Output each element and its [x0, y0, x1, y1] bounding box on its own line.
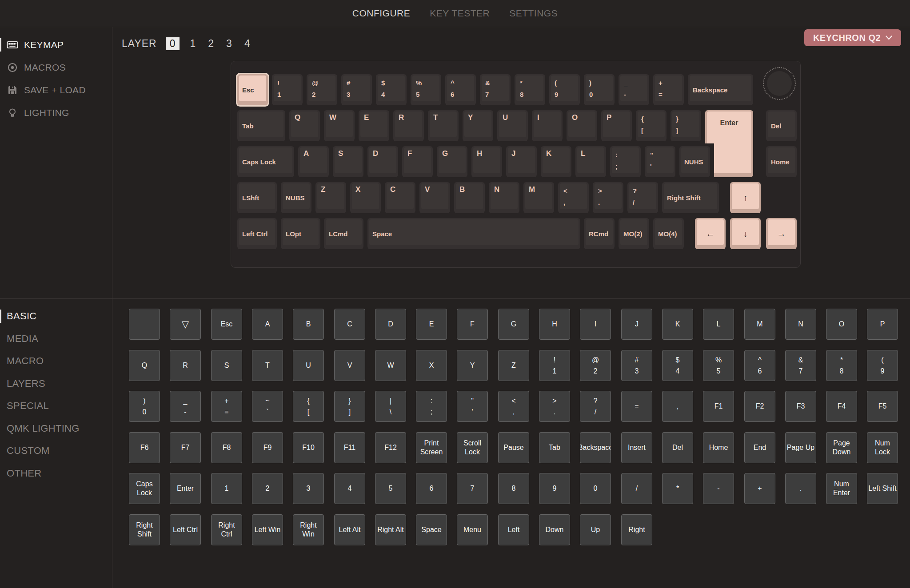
palette-key-0[interactable]: 0	[580, 473, 611, 504]
palette-key-left[interactable]: Left	[498, 514, 529, 545]
kb-key-symbol-5[interactable]: %5	[411, 74, 441, 105]
palette-key-esc[interactable]: Esc	[211, 309, 242, 340]
kb-key-symbol-1[interactable]: !1	[272, 74, 303, 105]
kb-key-rcmd[interactable]: RCmd	[584, 218, 615, 249]
palette-key-num-lock[interactable]: Num Lock	[867, 432, 898, 463]
palette-key-f10[interactable]: F10	[293, 432, 324, 463]
kb-key-home[interactable]: Home	[766, 146, 797, 177]
kb-key-d[interactable]: D	[367, 146, 398, 177]
rotary-encoder-knob[interactable]	[763, 67, 796, 100]
palette-key-2[interactable]: 2	[252, 473, 283, 504]
kb-key-nubs[interactable]: NUBS	[281, 182, 311, 213]
category-basic[interactable]: BASIC	[0, 307, 112, 325]
palette-key-c[interactable]: C	[334, 309, 365, 340]
palette-key-down[interactable]: Down	[539, 514, 570, 545]
kb-key-tab[interactable]: Tab	[237, 110, 285, 141]
palette-key-b[interactable]: B	[293, 309, 324, 340]
sidebar-item-save-load[interactable]: SAVE + LOAD	[0, 81, 112, 99]
kb-key-del[interactable]: Del	[766, 110, 797, 141]
category-other[interactable]: OTHER	[0, 465, 112, 482]
kb-key-s[interactable]: S	[333, 146, 363, 177]
palette-key-6[interactable]: 6	[416, 473, 447, 504]
palette-key-left-shift[interactable]: Left Shift	[867, 473, 898, 504]
kb-key-f[interactable]: F	[402, 146, 433, 177]
palette-key-tab[interactable]: Tab	[539, 432, 570, 463]
palette-key-symbol-symbol[interactable]: }]	[334, 391, 365, 422]
palette-key-symbol-1[interactable]: !1	[539, 350, 570, 381]
kb-key-symbol-symbol[interactable]: >.	[593, 182, 623, 213]
kb-key-symbol-symbol[interactable]: }]	[671, 110, 701, 141]
kb-key-symbol-symbol[interactable]: :;	[610, 146, 641, 177]
kb-key-nuhs[interactable]: NUHS	[679, 146, 710, 177]
kb-key-esc[interactable]: Esc	[237, 74, 268, 105]
kb-key-symbol-symbol[interactable]: +=	[653, 74, 684, 105]
sidebar-item-keymap[interactable]: KEYMAP	[0, 36, 112, 54]
device-selector[interactable]: KEYCHRON Q2	[804, 29, 901, 46]
palette-key-symbol-symbol[interactable]: +=	[211, 391, 242, 422]
palette-key-symbol-symbol[interactable]: :;	[416, 391, 447, 422]
kb-key-t[interactable]: T	[428, 110, 459, 141]
kb-key-e[interactable]: E	[359, 110, 389, 141]
kb-key-backspace[interactable]: Backspace	[688, 74, 753, 105]
palette-key-symbol[interactable]: =	[621, 391, 652, 422]
palette-key-p[interactable]: P	[867, 309, 898, 340]
layer-option-4[interactable]: 4	[243, 38, 252, 50]
palette-key-print-screen[interactable]: Print Screen	[416, 432, 447, 463]
layer-option-0[interactable]: 0	[166, 37, 180, 50]
kb-key-down-arrow[interactable]: ↓	[730, 218, 761, 249]
palette-key-pause[interactable]: Pause	[498, 432, 529, 463]
palette-key-symbol-symbol[interactable]: "'	[457, 391, 488, 422]
kb-key-h[interactable]: H	[471, 146, 502, 177]
palette-key-transparent[interactable]: ▽	[170, 309, 201, 340]
palette-key-page-up[interactable]: Page Up	[785, 432, 816, 463]
palette-key-w[interactable]: W	[375, 350, 406, 381]
palette-key-symbol-symbol[interactable]: <,	[498, 391, 529, 422]
kb-key-o[interactable]: O	[567, 110, 597, 141]
kb-key-symbol-8[interactable]: *8	[515, 74, 545, 105]
palette-key-menu[interactable]: Menu	[457, 514, 488, 545]
palette-key-symbol[interactable]: *	[662, 473, 693, 504]
palette-key-symbol-symbol[interactable]: ~`	[252, 391, 283, 422]
kb-key-m[interactable]: M	[523, 182, 554, 213]
palette-key-7[interactable]: 7	[457, 473, 488, 504]
kb-key-symbol-7[interactable]: &7	[480, 74, 511, 105]
palette-key-up[interactable]: Up	[580, 514, 611, 545]
category-layers[interactable]: LAYERS	[0, 375, 112, 393]
palette-key-caps-lock[interactable]: Caps Lock	[129, 473, 160, 504]
kb-key-q[interactable]: Q	[289, 110, 320, 141]
kb-key-right-shift[interactable]: Right Shift	[662, 182, 719, 213]
palette-key-4[interactable]: 4	[334, 473, 365, 504]
palette-key-symbol-symbol[interactable]: {[	[293, 391, 324, 422]
kb-key-lopt[interactable]: LOpt	[281, 218, 320, 249]
kb-key-symbol-symbol[interactable]: {[	[636, 110, 667, 141]
palette-key-num-enter[interactable]: Num Enter	[826, 473, 857, 504]
kb-key-z[interactable]: Z	[315, 182, 346, 213]
kb-key-p[interactable]: P	[601, 110, 632, 141]
kb-key-u[interactable]: U	[497, 110, 528, 141]
palette-key-h[interactable]: H	[539, 309, 570, 340]
palette-key-q[interactable]: Q	[129, 350, 160, 381]
palette-key-f11[interactable]: F11	[334, 432, 365, 463]
kb-key-symbol-4[interactable]: $4	[376, 74, 407, 105]
palette-key-backspace[interactable]: Backspace	[580, 432, 611, 463]
kb-key-i[interactable]: I	[532, 110, 563, 141]
palette-key-left-ctrl[interactable]: Left Ctrl	[170, 514, 201, 545]
kb-key-c[interactable]: C	[385, 182, 415, 213]
palette-key-f7[interactable]: F7	[170, 432, 201, 463]
palette-key-symbol[interactable]: +	[744, 473, 775, 504]
palette-key-m[interactable]: M	[744, 309, 775, 340]
palette-key-z[interactable]: Z	[498, 350, 529, 381]
palette-key-t[interactable]: T	[252, 350, 283, 381]
category-qmk-lighting[interactable]: QMK LIGHTING	[0, 420, 112, 437]
palette-key-symbol-0[interactable]: )0	[129, 391, 160, 422]
palette-key-k[interactable]: K	[662, 309, 693, 340]
palette-key-f[interactable]: F	[457, 309, 488, 340]
kb-key-n[interactable]: N	[489, 182, 519, 213]
palette-key-symbol[interactable]: .	[785, 473, 816, 504]
category-special[interactable]: SPECIAL	[0, 397, 112, 415]
kb-key-left-ctrl[interactable]: Left Ctrl	[237, 218, 277, 249]
palette-key-symbol-symbol[interactable]: ?/	[580, 391, 611, 422]
palette-key-blank[interactable]	[129, 309, 160, 340]
palette-key-symbol-symbol[interactable]: >.	[539, 391, 570, 422]
palette-key-f4[interactable]: F4	[826, 391, 857, 422]
